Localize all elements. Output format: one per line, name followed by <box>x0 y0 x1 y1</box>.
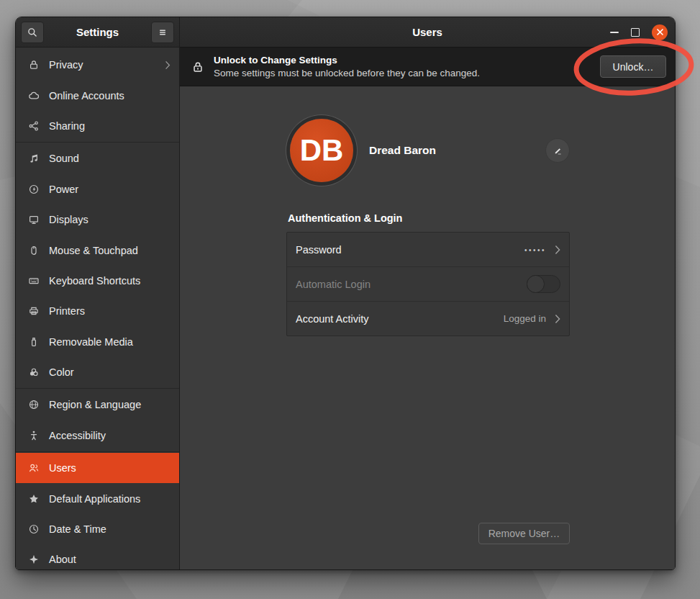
chevron-right-icon <box>165 60 171 70</box>
sidebar-item-label: Region & Language <box>49 399 141 410</box>
share-icon <box>27 120 40 132</box>
sidebar-item-printers[interactable]: Printers <box>16 296 179 326</box>
user-identity: DB Dread Baron <box>286 114 570 186</box>
maximize-button[interactable] <box>631 28 640 37</box>
sidebar-item-label: Default Applications <box>49 493 140 505</box>
avatar[interactable]: DB <box>290 119 353 182</box>
star-icon <box>27 492 40 505</box>
cloud-icon <box>27 89 40 102</box>
sidebar: Settings PrivacyOnline AccountsSharingSo… <box>16 17 180 569</box>
banner-title: Unlock to Change Settings <box>214 54 591 67</box>
sidebar-item-displays[interactable]: Displays <box>16 204 179 235</box>
settings-window: Settings PrivacyOnline AccountsSharingSo… <box>15 17 676 570</box>
banner-text: Unlock to Change Settings Some settings … <box>214 54 591 79</box>
globe-icon <box>27 399 40 411</box>
search-button[interactable] <box>21 22 44 43</box>
section-title: Authentication & Login <box>288 212 402 224</box>
display-icon <box>27 214 40 226</box>
users-icon <box>27 462 40 474</box>
sidebar-item-sharing[interactable]: Sharing <box>16 111 179 141</box>
sidebar-item-label: Mouse & Touchpad <box>49 245 138 256</box>
clock-icon <box>27 523 40 536</box>
pencil-icon <box>553 145 563 156</box>
sidebar-separator <box>16 142 179 143</box>
desktop: { "sidebar_header": { "title": "Settings… <box>0 0 700 599</box>
sidebar-item-label: Sharing <box>49 120 85 132</box>
sidebar-item-privacy[interactable]: Privacy <box>16 50 179 80</box>
sidebar-item-removable-media[interactable]: Removable Media <box>16 327 179 357</box>
music-note-icon <box>27 153 40 165</box>
automatic-login-row: Automatic Login <box>287 266 569 301</box>
sidebar-item-date-time[interactable]: Date & Time <box>16 514 179 544</box>
sidebar-item-label: Power <box>49 184 78 195</box>
sparkle-icon <box>27 554 40 566</box>
power-icon <box>27 183 40 195</box>
sidebar-item-mouse-touchpad[interactable]: Mouse & Touchpad <box>16 235 179 265</box>
usb-drive-icon <box>27 335 40 348</box>
color-circles-icon <box>27 366 40 379</box>
edit-name-button[interactable] <box>545 138 570 163</box>
account-activity-value: Logged in <box>504 313 546 324</box>
password-row[interactable]: Password ••••• <box>287 233 569 266</box>
close-button[interactable] <box>652 24 668 40</box>
automatic-login-label: Automatic Login <box>296 279 521 290</box>
chevron-right-icon <box>555 314 560 324</box>
sidebar-item-label: Sound <box>49 153 79 164</box>
page-title: Users <box>412 26 442 38</box>
sidebar-item-label: Printers <box>49 305 85 317</box>
close-icon <box>656 28 664 36</box>
hamburger-menu-icon <box>157 27 168 38</box>
sidebar-item-default-applications[interactable]: Default Applications <box>16 483 179 513</box>
sidebar-item-color[interactable]: Color <box>16 357 179 387</box>
sidebar-item-label: Color <box>49 366 74 378</box>
sidebar-item-power[interactable]: Power <box>16 174 179 204</box>
automatic-login-toggle[interactable] <box>527 275 560 293</box>
sidebar-item-label: About <box>49 554 76 565</box>
chevron-right-icon <box>555 245 560 255</box>
sidebar-headerbar: Settings <box>16 17 179 48</box>
account-activity-row[interactable]: Account Activity Logged in <box>287 301 569 335</box>
sidebar-item-users[interactable]: Users <box>16 453 179 483</box>
remove-user-button[interactable]: Remove User… <box>478 523 570 544</box>
banner-subtitle: Some settings must be unlocked before th… <box>214 67 591 80</box>
toggle-knob <box>527 275 545 293</box>
sidebar-item-keyboard-shortcuts[interactable]: Keyboard Shortcuts <box>16 266 179 296</box>
settings-title: Settings <box>76 26 119 38</box>
password-label: Password <box>296 244 519 256</box>
users-panel: Users Unlock to Change Settings Some set… <box>180 17 675 569</box>
sidebar-item-sound[interactable]: Sound <box>16 143 179 174</box>
sidebar-item-label: Users <box>49 462 76 474</box>
sidebar-item-label: Removable Media <box>49 336 133 348</box>
avatar-initials: DB <box>300 133 344 168</box>
window-controls <box>610 17 668 47</box>
user-name: Dread Baron <box>369 144 545 157</box>
unlock-button[interactable]: Unlock… <box>600 55 666 78</box>
mouse-icon <box>27 244 40 256</box>
menu-button[interactable] <box>151 22 174 43</box>
sidebar-item-label: Displays <box>49 214 88 225</box>
sidebar-item-region-language[interactable]: Region & Language <box>16 389 179 420</box>
password-dots: ••••• <box>524 246 546 254</box>
sidebar-item-accessibility[interactable]: Accessibility <box>16 420 179 451</box>
sidebar-item-online-accounts[interactable]: Online Accounts <box>16 80 179 110</box>
headerbar: Users <box>180 17 675 48</box>
account-activity-label: Account Activity <box>296 313 498 325</box>
unlock-banner: Unlock to Change Settings Some settings … <box>180 48 675 86</box>
content-area: DB Dread Baron Authentication & Login Pa… <box>180 86 675 569</box>
keyboard-icon <box>27 274 40 287</box>
sidebar-separator <box>16 451 179 452</box>
lock-icon <box>27 59 40 71</box>
sidebar-list: PrivacyOnline AccountsSharingSoundPowerD… <box>16 48 179 569</box>
sidebar-item-label: Accessibility <box>49 430 106 441</box>
sidebar-item-about[interactable]: About <box>16 544 179 569</box>
sidebar-item-label: Online Accounts <box>49 90 124 102</box>
sidebar-item-label: Date & Time <box>49 523 106 535</box>
search-icon <box>27 27 38 38</box>
auth-card: Password ••••• Automatic Login Account A… <box>286 232 570 336</box>
sidebar-separator <box>16 388 179 389</box>
minimize-button[interactable] <box>610 32 619 33</box>
printer-icon <box>27 305 40 317</box>
accessibility-icon <box>27 429 40 441</box>
sidebar-item-label: Keyboard Shortcuts <box>49 275 140 287</box>
sidebar-item-label: Privacy <box>49 59 83 71</box>
